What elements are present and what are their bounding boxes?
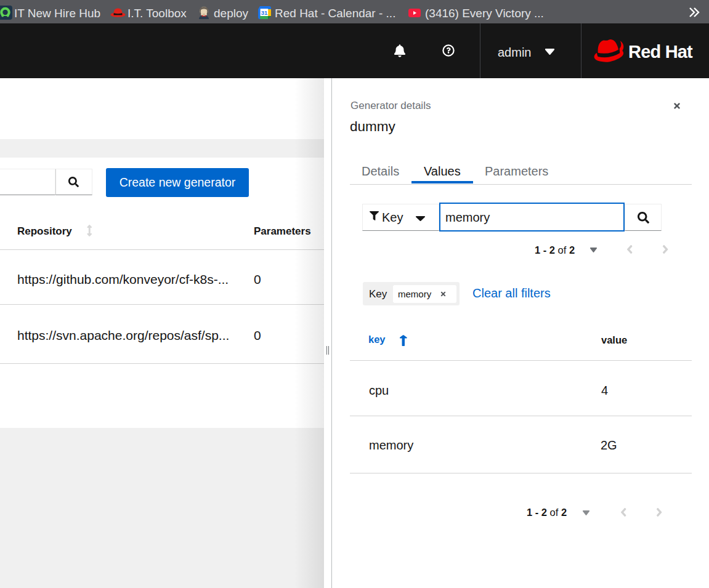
svg-text:31: 31 — [261, 9, 268, 16]
